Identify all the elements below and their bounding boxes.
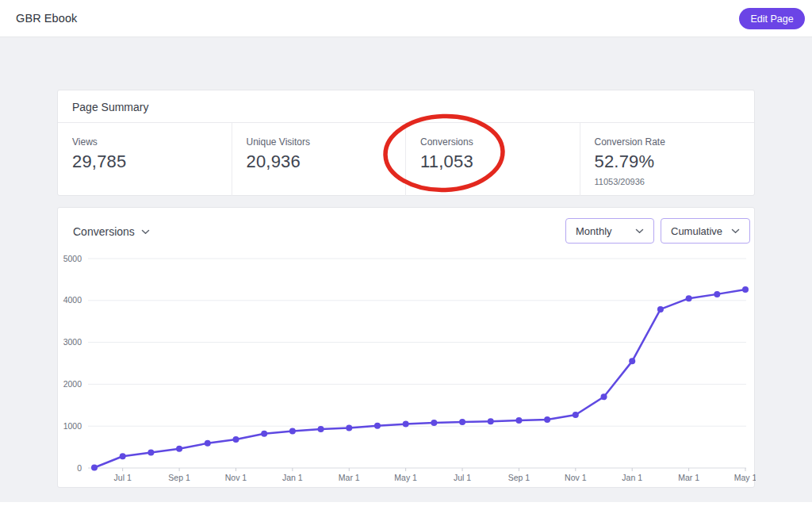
conversions-chart-card: Conversions Monthly Cumulative 010002000… (57, 207, 755, 488)
data-point[interactable] (346, 425, 352, 432)
x-axis-label: May 1 (734, 473, 756, 482)
x-axis-label: Mar 1 (339, 473, 360, 482)
y-axis-label: 2000 (63, 379, 82, 389)
data-point[interactable] (686, 295, 692, 301)
data-point[interactable] (91, 464, 98, 470)
x-axis-label: May 1 (394, 473, 417, 482)
data-point[interactable] (459, 419, 465, 425)
conversions-chart: 010002000300040005000Jul 1Sep 1Nov 1Jan … (58, 250, 756, 488)
edit-page-button[interactable]: Edit Page (739, 8, 805, 29)
interval-dropdown[interactable]: Monthly (565, 218, 654, 244)
metric-conversions: Conversions 11,053 (406, 123, 580, 196)
metric-value: 29,785 (72, 152, 232, 172)
footer-strip (0, 502, 812, 514)
data-point[interactable] (742, 286, 749, 293)
data-point[interactable] (515, 417, 522, 424)
metric-label: Conversion Rate (595, 136, 755, 148)
x-axis-label: Nov 1 (225, 473, 247, 482)
y-axis-label: 0 (77, 463, 82, 473)
x-axis-label: Jul 1 (454, 473, 471, 482)
x-axis-label: Nov 1 (565, 473, 587, 482)
data-point[interactable] (714, 291, 720, 297)
x-axis-label: Mar 1 (678, 473, 699, 482)
chevron-down-icon (731, 228, 740, 234)
x-axis-label: Sep 1 (508, 473, 530, 482)
metric-conversion-rate: Conversion Rate 52.79% 11053/20936 (580, 123, 755, 196)
page-summary-card: Page Summary Views 29,785 Unique Visitor… (57, 90, 755, 196)
metric-label: Views (72, 136, 232, 148)
data-point[interactable] (261, 431, 267, 437)
chart-line (94, 290, 745, 467)
data-point[interactable] (657, 306, 664, 313)
data-point[interactable] (205, 440, 211, 447)
metric-detail: 11053/20936 (595, 177, 755, 186)
metric-unique-visitors: Unique Visitors 20,936 (232, 123, 407, 196)
chart-metric-dropdown[interactable]: Conversions (73, 225, 150, 238)
data-point[interactable] (629, 358, 635, 364)
data-point[interactable] (120, 453, 126, 459)
data-point[interactable] (232, 436, 239, 443)
data-point[interactable] (488, 418, 494, 424)
data-point[interactable] (431, 420, 437, 426)
metric-value: 11,053 (420, 152, 580, 172)
data-point[interactable] (601, 393, 607, 400)
mode-dropdown-value: Cumulative (671, 225, 722, 237)
top-bar: GBR Ebook Edit Page (0, 0, 812, 37)
metric-value: 52.79% (595, 152, 755, 172)
page: GBR Ebook Edit Page Showing Data for All… (0, 0, 812, 514)
y-axis-label: 4000 (63, 295, 82, 305)
metric-label: Unique Visitors (247, 136, 406, 148)
metric-value: 20,936 (247, 152, 406, 172)
interval-dropdown-value: Monthly (576, 225, 612, 237)
metric-views: Views 29,785 (58, 123, 232, 196)
x-axis-label: Jan 1 (622, 473, 642, 482)
metrics-row: Views 29,785 Unique Visitors 20,936 Conv… (58, 123, 754, 196)
data-point[interactable] (374, 423, 381, 429)
chevron-down-icon (141, 229, 150, 235)
summary-card-title: Page Summary (72, 101, 148, 113)
metric-label: Conversions (420, 136, 580, 148)
data-point[interactable] (573, 412, 579, 418)
data-point[interactable] (147, 449, 154, 455)
filter-row: Showing Data for All Time May. 26, 2016 … (0, 48, 812, 71)
page-title: GBR Ebook (16, 12, 77, 25)
y-axis-label: 3000 (63, 337, 82, 347)
data-point[interactable] (318, 426, 324, 432)
data-point[interactable] (289, 428, 296, 435)
chevron-down-icon (635, 228, 644, 234)
chart-metric-label: Conversions (73, 225, 135, 238)
x-axis-label: Sep 1 (168, 473, 190, 482)
x-axis-label: Jul 1 (114, 473, 132, 482)
data-point[interactable] (176, 446, 182, 452)
mode-dropdown[interactable]: Cumulative (661, 218, 750, 244)
y-axis-label: 5000 (63, 254, 82, 263)
data-point[interactable] (544, 416, 550, 423)
data-point[interactable] (403, 421, 409, 428)
y-axis-label: 1000 (63, 421, 82, 431)
x-axis-label: Jan 1 (282, 473, 303, 482)
